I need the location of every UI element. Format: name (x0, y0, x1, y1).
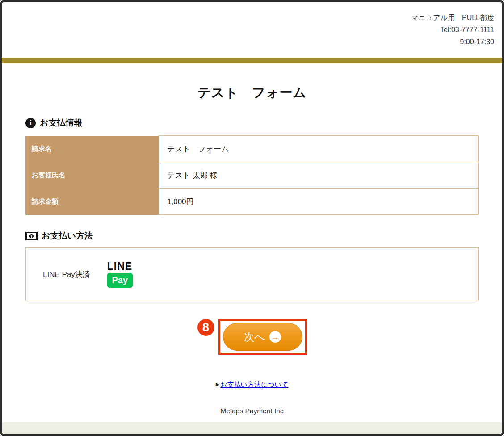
next-button-label: 次へ (244, 330, 265, 344)
line-pay-logo-top: LINE (107, 261, 132, 272)
header-hours: 9:00-17:30 (2, 36, 494, 48)
payment-method-heading-label: お支払い方法 (42, 230, 93, 242)
row-label: お客様氏名 (25, 162, 159, 189)
table-row: 請求名 テスト フォーム (25, 136, 479, 162)
payment-method-link-row: ▶お支払い方法について (25, 381, 479, 389)
table-row: 請求金額 1,000円 (25, 189, 479, 215)
row-label: 請求名 (25, 136, 159, 162)
svg-text:1: 1 (31, 234, 33, 238)
row-value: テスト フォーム (159, 136, 479, 162)
footer-company-name: Metaps Payment Inc (25, 407, 479, 415)
triangle-bullet-icon: ▶ (216, 382, 219, 387)
line-pay-logo: LINE Pay (107, 261, 133, 288)
row-label: 請求金額 (25, 189, 159, 215)
page-title: テスト フォーム (25, 84, 479, 102)
table-row: お客様氏名 テスト 太郎 様 (25, 162, 479, 189)
main-content: テスト フォーム i お支払情報 請求名 テスト フォーム お客様氏名 テスト … (2, 84, 502, 415)
banknote-icon: 1 (25, 231, 38, 241)
payment-method-label: LINE Pay決済 (43, 269, 90, 280)
payment-info-table: 請求名 テスト フォーム お客様氏名 テスト 太郎 様 請求金額 1,000円 (25, 135, 479, 215)
next-button[interactable]: 次へ → (223, 323, 302, 351)
header-account-label: マニュアル用 PULL都度 (2, 12, 494, 24)
annotation-step-badge: 8 (197, 319, 214, 336)
annotation-highlight-box: 次へ → (218, 319, 307, 355)
payment-info-heading-label: お支払情報 (40, 117, 82, 129)
line-pay-logo-bottom: Pay (107, 273, 133, 288)
row-value: 1,000円 (159, 189, 479, 215)
page-header: マニュアル用 PULL都度 Tel:03-7777-1111 9:00-17:3… (2, 2, 502, 58)
arrow-right-circle-icon: → (269, 331, 281, 343)
payment-method-info-link[interactable]: お支払い方法について (220, 381, 288, 388)
payment-method-box: LINE Pay決済 LINE Pay (25, 247, 479, 301)
gold-divider-bar (2, 58, 502, 63)
payment-info-heading: i お支払情報 (25, 117, 479, 129)
payment-method-heading: 1 お支払い方法 (25, 230, 479, 242)
next-button-row: 8 次へ → (25, 319, 479, 355)
info-icon: i (25, 118, 36, 128)
row-value: テスト 太郎 様 (159, 162, 479, 189)
page-frame: マニュアル用 PULL都度 Tel:03-7777-1111 9:00-17:3… (0, 0, 504, 436)
header-phone: Tel:03-7777-1111 (2, 24, 494, 36)
bottom-band (2, 422, 502, 434)
